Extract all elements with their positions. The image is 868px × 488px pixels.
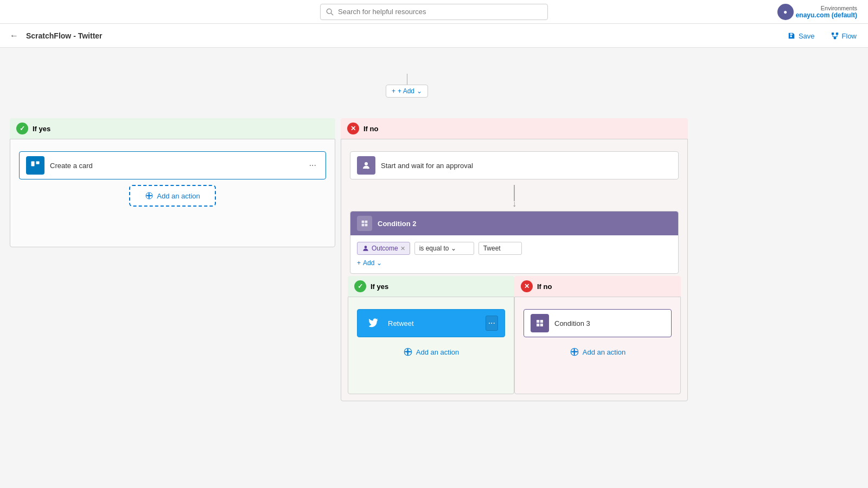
svg-point-0 [327,9,331,14]
svg-rect-17 [407,349,408,355]
svg-point-15 [365,246,367,248]
left-if-no-header: ✕ If no [341,118,688,139]
svg-rect-12 [149,193,150,199]
approval-icon [357,156,375,175]
approval-action[interactable]: Start and wait for an approval [350,151,679,179]
outcome-tag-close[interactable]: ✕ [400,245,405,252]
outcome-tag: Outcome ✕ [357,242,410,255]
navbar: ← ScratchFlow - Twitter Save Flow [0,24,868,48]
svg-rect-10 [36,162,40,164]
condition2-branches: ✓ If yes Retweet ··· [348,276,681,394]
nested-if-no-body: Condition 3 Add an action [514,297,681,394]
navbar-actions: Save Flow [783,24,861,48]
avatar: ● [777,4,794,20]
left-if-yes-header: ✓ If yes [10,118,335,139]
if-yes-icon: ✓ [16,123,28,134]
svg-rect-4 [833,37,835,39]
condition2-add[interactable]: + Add ⌄ [357,259,672,267]
nested-no-add-action-wrapper: Add an action [521,343,674,361]
if-no-icon: ✕ [347,123,359,134]
top-add-connector: + + Add ⌄ [358,74,456,85]
svg-rect-2 [831,33,833,35]
outcome-tag-icon [362,245,369,252]
left-if-yes-section: ✓ If yes Create a card ··· [10,118,335,247]
search-box[interactable] [320,4,548,20]
connector-down: ↓ [348,185,681,209]
create-card-action[interactable]: Create a card ··· [19,151,326,179]
left-if-no-section: ✕ If no Start and wait for an approval ↓ [341,118,688,401]
svg-rect-20 [573,349,575,355]
tweet-value: Tweet [478,242,522,255]
left-if-no-body: Start and wait for an approval ↓ Conditi… [341,139,688,401]
condition3-icon [531,314,549,332]
condition3-wrapper: Condition 3 [524,309,672,337]
left-if-yes-body: Create a card ··· Add an action [10,139,335,247]
save-icon [788,32,795,40]
retweet-action[interactable]: Retweet ··· [357,309,505,337]
condition2-if-no: ✕ If no Condition 3 [514,276,681,394]
back-button[interactable]: ← [7,28,22,43]
flow-button[interactable]: Flow [826,29,861,43]
save-button[interactable]: Save [783,29,820,43]
topbar-right: ● Environments enayu.com (default) [777,0,868,24]
add-solid-icon [403,347,413,357]
create-card-menu[interactable]: ··· [307,158,319,173]
left-add-action-wrapper: Add an action [129,185,216,207]
svg-line-1 [331,13,333,15]
approval-wrapper: Start and wait for an approval [350,151,679,179]
condition2-row: Outcome ✕ is equal to ⌄ Tweet [357,242,672,255]
nested-add-action-wrapper: Add an action [355,343,507,361]
env-info: Environments enayu.com (default) [796,5,857,19]
svg-rect-3 [835,33,838,35]
add-solid-icon-2 [570,347,579,357]
retweet-wrapper: Retweet ··· [357,309,505,337]
search-icon [326,8,334,16]
nested-if-yes-icon: ✓ [354,280,366,292]
page-title: ScratchFlow - Twitter [26,31,103,40]
flow-icon [831,32,839,40]
canvas: + + Add ⌄ ✓ If yes Create a card [0,48,868,488]
left-add-action-button[interactable]: Add an action [129,185,216,207]
nested-yes-add-action[interactable]: Add an action [355,343,507,361]
search-input[interactable] [338,8,542,16]
trello-icon [26,156,44,175]
condition2-icon [357,216,372,231]
topbar: ● Environments enayu.com (default) [0,0,868,24]
nested-if-yes-body: Retweet ··· Add an action [348,297,514,394]
condition2-if-yes: ✓ If yes Retweet ··· [348,276,514,394]
create-card-wrapper: Create a card ··· [19,151,326,179]
retweet-menu[interactable]: ··· [486,316,498,331]
nested-if-no-icon: ✕ [521,280,533,292]
is-equal-to-dropdown[interactable]: is equal to ⌄ [414,242,474,255]
twitter-icon [364,314,382,332]
condition3-action[interactable]: Condition 3 [524,309,672,337]
add-action-icon [145,191,154,200]
nested-no-add-action[interactable]: Add an action [521,343,674,361]
condition2-header: Condition 2 [350,211,678,235]
svg-point-14 [365,162,368,165]
condition2-wrapper: Condition 2 Outcome ✕ is equal to ⌄ [350,211,679,274]
top-add-button[interactable]: + + Add ⌄ [386,85,428,98]
svg-rect-9 [31,162,35,166]
condition2-card[interactable]: Condition 2 Outcome ✕ is equal to ⌄ [350,211,679,274]
